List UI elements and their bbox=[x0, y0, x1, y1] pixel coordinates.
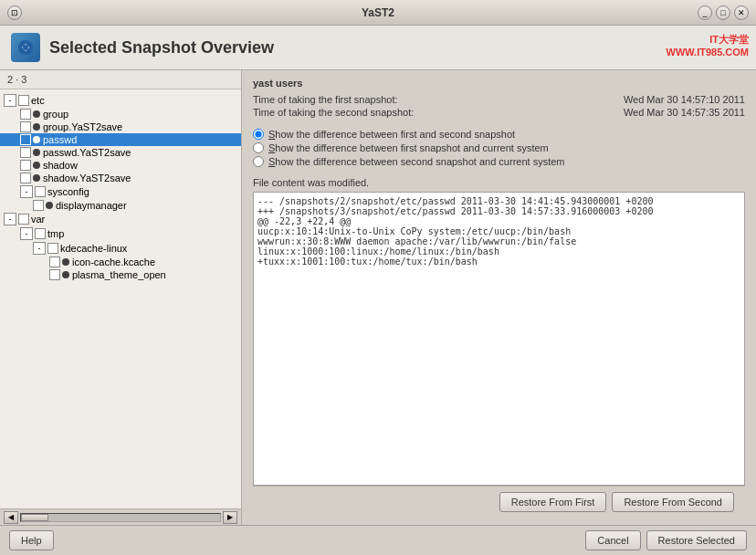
tree-checkbox-var[interactable] bbox=[18, 214, 29, 225]
tree-label-passwd[interactable]: passwd bbox=[43, 134, 77, 145]
tree-item-passwd-yast[interactable]: passwd.YaST2save bbox=[0, 146, 241, 159]
second-snapshot-value: Wed Mar 30 14:57:35 2011 bbox=[624, 107, 745, 118]
close-btn[interactable]: ✕ bbox=[734, 5, 749, 20]
tree-dot-passwd bbox=[33, 136, 40, 143]
header-icon bbox=[11, 33, 40, 62]
tree-item-plasma[interactable]: plasma_theme_open bbox=[0, 268, 241, 281]
tree-dot-shadow bbox=[33, 162, 40, 169]
left-panel: 2 · 3 - etc group bbox=[0, 70, 242, 525]
tree-checkbox-group-yast[interactable] bbox=[20, 121, 31, 132]
tree-checkbox-tmp[interactable] bbox=[35, 228, 46, 239]
tree-dot-displaymanager bbox=[46, 202, 53, 209]
scroll-left-btn[interactable]: ◀ bbox=[4, 511, 18, 524]
tree-item-icon-cache[interactable]: icon-cache.kcache bbox=[0, 256, 241, 268]
tree-label-kdecache[interactable]: kdecache-linux bbox=[60, 243, 127, 254]
tree-label-shadow-yast[interactable]: shadow.YaST2save bbox=[43, 173, 131, 183]
tree-label-plasma[interactable]: plasma_theme_open bbox=[72, 269, 166, 280]
restore-first-button[interactable]: Restore From First bbox=[499, 492, 607, 512]
minimize-btn[interactable]: _ bbox=[698, 5, 712, 20]
tree-checkbox-displaymanager[interactable] bbox=[33, 200, 44, 211]
window-controls-right[interactable]: _ □ ✕ bbox=[698, 5, 749, 20]
svg-point-1 bbox=[23, 45, 28, 50]
tree-label-tmp[interactable]: tmp bbox=[47, 228, 64, 239]
restore-second-button[interactable]: Restore From Second bbox=[612, 492, 734, 512]
radio-input-1[interactable] bbox=[253, 129, 264, 140]
tree-item-displaymanager[interactable]: displaymanager bbox=[0, 199, 241, 212]
radio-label-3: Show the difference between second snaps… bbox=[268, 156, 565, 167]
tree-toggle-etc[interactable]: - bbox=[4, 94, 16, 107]
radio-group: Show the difference between first and se… bbox=[253, 129, 745, 170]
radio-input-3[interactable] bbox=[253, 156, 264, 167]
tree-label-var[interactable]: var bbox=[31, 214, 45, 225]
maximize-btn[interactable]: □ bbox=[716, 5, 730, 20]
window-titlebar: ⊡ YaST2 _ □ ✕ bbox=[0, 0, 756, 26]
watermark: IT大学堂 WWW.IT985.COM bbox=[667, 33, 749, 58]
radio-input-2[interactable] bbox=[253, 142, 264, 153]
file-status: File content was modified. bbox=[253, 177, 745, 188]
tree-checkbox-passwd-yast[interactable] bbox=[20, 147, 31, 158]
right-panel: yast users Time of taking the first snap… bbox=[242, 70, 756, 525]
tree-dot-group-yast bbox=[33, 123, 40, 131]
tree-item-shadow[interactable]: shadow bbox=[0, 159, 241, 172]
tree-checkbox-etc[interactable] bbox=[18, 95, 29, 106]
tree-checkbox-plasma[interactable] bbox=[49, 269, 60, 280]
tree-item-group-yast[interactable]: group.YaST2save bbox=[0, 120, 241, 133]
radio-row-3[interactable]: Show the difference between second snaps… bbox=[253, 156, 745, 167]
snapshot-time-second: Time of taking the second snapshot: Wed … bbox=[253, 107, 745, 118]
scrollbar-track[interactable] bbox=[20, 513, 221, 522]
tree-label-group-yast[interactable]: group.YaST2save bbox=[43, 121, 122, 132]
tree-item-var[interactable]: - var bbox=[0, 212, 241, 226]
tree-item-kdecache[interactable]: - kdecache-linux bbox=[0, 241, 241, 256]
tree-checkbox-group[interactable] bbox=[20, 109, 31, 120]
tree-toggle-sysconfig[interactable]: - bbox=[20, 185, 33, 198]
tree-checkbox-kdecache[interactable] bbox=[47, 243, 58, 254]
radio-row-1[interactable]: Show the difference between first and se… bbox=[253, 129, 745, 140]
tree-label-passwd-yast[interactable]: passwd.YaST2save bbox=[43, 147, 131, 158]
tree-item-shadow-yast[interactable]: shadow.YaST2save bbox=[0, 172, 241, 184]
page-title: Selected Snapshot Overview bbox=[49, 38, 274, 58]
tree-checkbox-icon-cache[interactable] bbox=[49, 257, 60, 267]
window-controls-left[interactable]: ⊡ bbox=[7, 5, 22, 20]
left-panel-scrollbar[interactable]: ◀ ▶ bbox=[0, 508, 241, 525]
radio-row-2[interactable]: Show the difference between first snapsh… bbox=[253, 142, 745, 153]
tree-toggle-kdecache[interactable]: - bbox=[33, 242, 46, 255]
tree-label-group[interactable]: group bbox=[43, 109, 68, 120]
tree-checkbox-shadow-yast[interactable] bbox=[20, 173, 31, 183]
tree-item-group[interactable]: group bbox=[0, 108, 241, 120]
tree-label-displaymanager[interactable]: displaymanager bbox=[56, 200, 127, 211]
tree-toggle-var[interactable]: - bbox=[4, 213, 16, 225]
page-header: Selected Snapshot Overview bbox=[0, 26, 756, 70]
radio-label-2: Show the difference between first snapsh… bbox=[268, 142, 549, 153]
tree-label-sysconfig[interactable]: sysconfig bbox=[47, 186, 89, 197]
tree-item-tmp[interactable]: - tmp bbox=[0, 226, 241, 241]
watermark-line2: WWW.IT985.COM bbox=[667, 47, 749, 58]
snapshot-time-first: Time of taking the first snapshot: Wed M… bbox=[253, 94, 745, 105]
tree-toggle-tmp[interactable]: - bbox=[20, 227, 33, 240]
tree-dot-group bbox=[33, 110, 40, 118]
scroll-right-btn[interactable]: ▶ bbox=[223, 511, 237, 524]
tree-item-sysconfig[interactable]: - sysconfig bbox=[0, 184, 241, 199]
scrollbar-thumb[interactable] bbox=[21, 514, 48, 521]
cancel-button[interactable]: Cancel bbox=[585, 530, 640, 550]
diff-box[interactable]: --- /snapshots/2/snapshot/etc/passwd 201… bbox=[253, 192, 745, 486]
help-button[interactable]: Help bbox=[9, 530, 54, 550]
restore-buttons-panel: Restore From First Restore From Second bbox=[253, 486, 745, 518]
tree-container[interactable]: - etc group group.YaST2save bbox=[0, 89, 241, 508]
tree-dot-passwd-yast bbox=[33, 149, 40, 156]
tree-label-etc[interactable]: etc bbox=[31, 95, 45, 106]
main-bottom: Help Cancel Restore Selected bbox=[0, 525, 756, 555]
tree-checkbox-sysconfig[interactable] bbox=[35, 186, 46, 197]
resize-btn[interactable]: ⊡ bbox=[7, 5, 22, 20]
tree-label-shadow[interactable]: shadow bbox=[43, 160, 78, 171]
restore-selected-button[interactable]: Restore Selected bbox=[646, 530, 747, 550]
main-window: Selected Snapshot Overview 2 · 3 - etc bbox=[0, 26, 756, 555]
window-title: YaST2 bbox=[362, 6, 394, 19]
tree-checkbox-passwd[interactable] bbox=[20, 134, 31, 145]
tree-checkbox-shadow[interactable] bbox=[20, 160, 31, 171]
tree-label-icon-cache[interactable]: icon-cache.kcache bbox=[72, 257, 155, 267]
tree-dot-shadow-yast bbox=[33, 174, 40, 182]
tree-item-etc[interactable]: - etc bbox=[0, 93, 241, 108]
right-header-label: yast users bbox=[253, 78, 745, 89]
tree-item-passwd[interactable]: passwd bbox=[0, 133, 241, 146]
tree-dot-icon-cache bbox=[62, 258, 69, 266]
